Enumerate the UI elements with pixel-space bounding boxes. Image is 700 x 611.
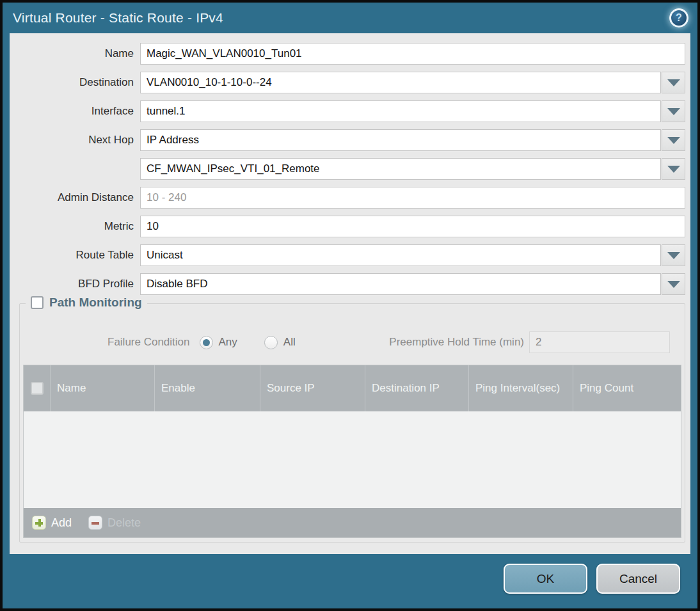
next-hop-type-input[interactable] [140, 129, 661, 151]
admin-distance-input[interactable] [140, 187, 685, 209]
column-header-enable[interactable]: Enable [155, 365, 260, 411]
radio-selected-dot [203, 339, 210, 346]
bfd-profile-dropdown-button[interactable] [662, 273, 685, 295]
table-footer: Add Delete [24, 508, 681, 537]
interface-dropdown-button[interactable] [662, 100, 685, 122]
delete-button[interactable]: Delete [88, 516, 141, 530]
metric-label: Metric [10, 220, 140, 233]
column-header-ping-count[interactable]: Ping Count [573, 365, 681, 411]
path-monitoring-section: Path Monitoring Failure Condition Any Al… [19, 303, 685, 543]
help-icon[interactable]: ? [669, 8, 688, 28]
path-monitoring-legend: Path Monitoring [26, 296, 147, 310]
failure-condition-row: Failure Condition Any All Preemptive Hol… [23, 331, 670, 354]
destination-row: Destination [10, 72, 685, 93]
name-input[interactable] [140, 43, 685, 65]
destination-input[interactable] [140, 72, 661, 93]
path-monitoring-title: Path Monitoring [49, 296, 142, 310]
failure-condition-any-radio[interactable] [200, 336, 213, 349]
static-route-dialog: Virtual Router - Static Route - IPv4 ? N… [0, 0, 700, 611]
admin-distance-row: Admin Distance [10, 187, 685, 209]
path-monitoring-table: Name Enable Source IP Destination IP Pin… [23, 365, 681, 538]
route-table-input[interactable] [140, 244, 661, 266]
next-hop-label: Next Hop [10, 134, 140, 147]
bfd-profile-row: BFD Profile [10, 273, 685, 295]
next-hop-address-dropdown-button[interactable] [662, 158, 685, 180]
failure-condition-label: Failure Condition [107, 336, 190, 349]
chevron-down-icon [667, 166, 680, 173]
next-hop-type-dropdown-button[interactable] [662, 129, 685, 151]
name-label: Name [10, 47, 140, 60]
add-button[interactable]: Add [32, 516, 72, 530]
minus-icon [88, 516, 102, 530]
interface-row: Interface [10, 100, 685, 122]
chevron-down-icon [667, 281, 680, 288]
dialog-content: Name Destination Interface Next Hop [10, 33, 690, 554]
failure-condition-any-label: Any [219, 336, 237, 349]
next-hop-row: Next Hop [10, 129, 685, 151]
preemptive-hold-time-input[interactable] [529, 331, 670, 353]
plus-icon [32, 516, 46, 530]
dialog-titlebar: Virtual Router - Static Route - IPv4 ? [3, 3, 697, 33]
cancel-button[interactable]: Cancel [596, 564, 680, 594]
name-row: Name [10, 43, 685, 65]
route-table-row: Route Table [10, 244, 685, 266]
interface-label: Interface [10, 105, 140, 118]
select-all-checkbox[interactable] [31, 382, 44, 395]
failure-condition-all-radio[interactable] [264, 336, 278, 349]
add-button-label: Add [51, 516, 72, 530]
route-table-label: Route Table [10, 249, 140, 262]
table-header: Name Enable Source IP Destination IP Pin… [24, 365, 681, 411]
admin-distance-label: Admin Distance [10, 191, 140, 204]
chevron-down-icon [667, 137, 680, 144]
route-table-dropdown-button[interactable] [662, 244, 685, 266]
delete-button-label: Delete [107, 516, 141, 530]
column-header-name[interactable]: Name [51, 365, 155, 411]
path-monitoring-checkbox[interactable] [31, 296, 44, 309]
bfd-profile-input[interactable] [140, 273, 661, 295]
column-header-source-ip[interactable]: Source IP [260, 365, 365, 411]
bfd-profile-label: BFD Profile [10, 278, 140, 290]
destination-label: Destination [10, 76, 140, 89]
select-all-cell [24, 365, 51, 411]
table-body-empty [24, 411, 681, 508]
column-header-destination-ip[interactable]: Destination IP [365, 365, 469, 411]
metric-row: Metric [10, 216, 685, 237]
chevron-down-icon [667, 108, 680, 115]
next-hop-address-input[interactable] [140, 158, 661, 180]
preemptive-hold-time-label: Preemptive Hold Time (min) [389, 336, 524, 349]
metric-input[interactable] [140, 216, 685, 237]
ok-button[interactable]: OK [504, 564, 587, 594]
next-hop-address-row [10, 158, 685, 180]
interface-input[interactable] [140, 100, 661, 122]
dialog-title: Virtual Router - Static Route - IPv4 [13, 10, 223, 26]
failure-condition-all-label: All [283, 336, 296, 349]
column-header-ping-interval[interactable]: Ping Interval(sec) [469, 365, 573, 411]
dialog-footer: OK Cancel [3, 554, 697, 608]
chevron-down-icon [667, 79, 680, 86]
chevron-down-icon [667, 252, 680, 259]
destination-dropdown-button[interactable] [662, 72, 685, 93]
